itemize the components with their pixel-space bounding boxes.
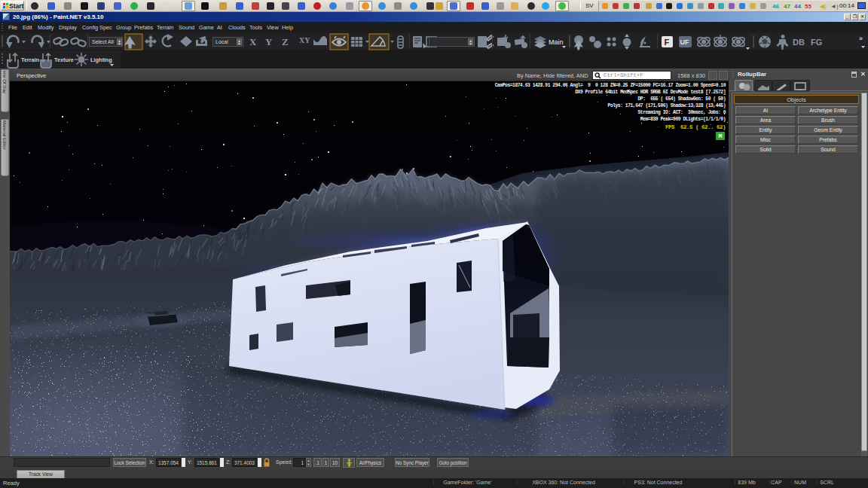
svg-text:UF: UF [680, 38, 689, 46]
svg-text:F: F [665, 38, 670, 47]
svg-text:FG: FG [811, 38, 822, 47]
svg-text:»: » [859, 35, 863, 42]
svg-text:DB: DB [793, 38, 805, 47]
svg-text:Main: Main [549, 38, 564, 46]
